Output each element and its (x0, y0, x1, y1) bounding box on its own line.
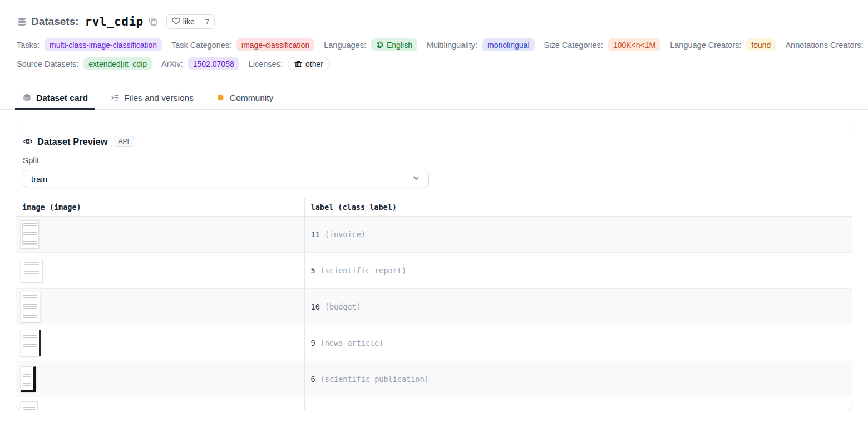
label-value: 5 (311, 266, 315, 275)
dataset-page: Datasets: rvl_cdip like 7 Tasks: multi-c… (0, 0, 868, 427)
tab-files-and-versions[interactable]: Files and versions (103, 86, 201, 109)
tag-arxiv[interactable]: 1502.07058 (188, 57, 239, 70)
heart-icon (172, 17, 180, 27)
tag-tasks[interactable]: multi-class-image-classification (45, 38, 162, 51)
meta-annotations-creators: Annotations Creators: found (785, 38, 868, 51)
tag-languages[interactable]: English (371, 38, 417, 51)
api-badge-button[interactable]: API (114, 136, 134, 147)
metadata-row-1: Tasks: multi-class-image-classification … (17, 38, 851, 52)
meta-label: Source Datasets: (17, 60, 78, 68)
document-thumbnail[interactable] (21, 292, 40, 322)
meta-tasks: Tasks: multi-class-image-classification (17, 38, 162, 51)
label-value: 11 (311, 230, 320, 239)
metadata-row-2: Source Datasets: extended|iit_cdip ArXiv… (17, 57, 851, 71)
community-icon (216, 93, 225, 102)
dataset-title: rvl_cdip (85, 15, 144, 28)
document-thumbnail[interactable] (21, 401, 38, 410)
eye-icon (23, 136, 33, 146)
document-thumbnail[interactable] (21, 366, 36, 392)
label-value: 9 (311, 338, 315, 347)
label-name: (budget) (325, 302, 361, 311)
tag-size-categories[interactable]: 100K<n<1M (608, 38, 660, 51)
chevron-down-icon (412, 174, 421, 184)
tag-label: English (387, 40, 412, 50)
label-name: (invoice) (325, 230, 366, 239)
tag-language-creators[interactable]: found (746, 38, 776, 51)
globe-icon (376, 41, 383, 48)
database-icon (17, 17, 27, 27)
like-button[interactable]: like 7 (166, 14, 215, 29)
like-label: like (183, 17, 195, 26)
tab-bar: Dataset card Files and versions Communit… (0, 86, 868, 110)
tag-task-categories[interactable]: image-classification (236, 38, 314, 51)
cube-icon (22, 93, 32, 102)
tag-license-other[interactable]: other (288, 57, 330, 71)
label-value: 10 (311, 302, 320, 311)
table-row: 5(scientific report) (16, 253, 852, 289)
table-header-row: image (image) label (class label) (16, 198, 852, 217)
meta-label: Size Categories: (544, 41, 603, 50)
preview-table: image (image) label (class label) 11(inv… (16, 198, 852, 410)
meta-licenses: Licenses: other (249, 57, 330, 71)
label-name: (scientific report) (320, 266, 406, 275)
preview-controls: Dataset Preview API Split train (16, 127, 852, 188)
split-select[interactable]: train (23, 170, 429, 188)
main-content: Dataset Preview API Split train image (i… (0, 127, 868, 410)
files-icon (110, 93, 120, 102)
meta-multilinguality: Multilinguality: monolingual (427, 38, 535, 51)
tag-source-datasets[interactable]: extended|iit_cdip (83, 57, 152, 70)
preview-title: Dataset Preview (37, 136, 108, 147)
meta-arxiv: ArXiv: 1502.07058 (161, 57, 239, 70)
dataset-preview-card: Dataset Preview API Split train image (i… (16, 127, 852, 410)
meta-label: Tasks: (17, 41, 40, 50)
like-label-section[interactable]: like (167, 15, 200, 28)
meta-size-categories: Size Categories: 100K<n<1M (544, 38, 661, 51)
preview-header: Dataset Preview API (23, 135, 845, 148)
meta-label: Languages: (324, 41, 366, 50)
label-value: 6 (311, 375, 315, 384)
meta-source-datasets: Source Datasets: extended|iit_cdip (17, 57, 152, 70)
document-thumbnail[interactable] (21, 330, 41, 356)
tag-multilinguality[interactable]: monolingual (482, 38, 535, 51)
table-row: 11(invoice) (16, 217, 852, 253)
meta-label: ArXiv: (161, 60, 183, 68)
table-row: 10(budget) (16, 289, 852, 325)
document-thumbnail[interactable] (21, 220, 39, 248)
meta-label: Language Creators: (670, 41, 741, 50)
bank-icon (294, 60, 302, 67)
tab-label: Files and versions (124, 93, 194, 103)
dataset-header: Datasets: rvl_cdip like 7 Tasks: multi-c… (0, 0, 868, 71)
meta-language-creators: Language Creators: found (670, 38, 776, 51)
table-row (16, 397, 852, 411)
tab-dataset-card[interactable]: Dataset card (15, 86, 95, 109)
meta-task-categories: Task Categories: image-classification (171, 38, 314, 51)
meta-languages: Languages: English (324, 38, 417, 51)
tab-label: Community (230, 93, 273, 103)
title-row: Datasets: rvl_cdip like 7 (17, 14, 851, 29)
table-row: 9(news article) (16, 325, 852, 361)
copy-icon[interactable] (149, 17, 157, 26)
label-name: (news article) (320, 338, 384, 347)
column-header-image: image (image) (16, 198, 304, 217)
meta-label: Task Categories: (171, 41, 231, 50)
label-name: (scientific publication) (320, 375, 429, 384)
meta-label: Annotations Creators: (785, 41, 863, 50)
split-select-value: train (31, 174, 47, 184)
split-label: Split (23, 155, 845, 165)
tag-label: other (305, 59, 323, 69)
tab-label: Dataset card (36, 93, 88, 103)
document-thumbnail[interactable] (21, 259, 43, 282)
datasets-breadcrumb[interactable]: Datasets: (31, 16, 79, 28)
tab-community[interactable]: Community (209, 86, 280, 109)
table-row: 6(scientific publication) (16, 361, 852, 397)
meta-label: Licenses: (249, 60, 283, 68)
column-header-label: label (class label) (304, 198, 852, 217)
meta-label: Multilinguality: (427, 41, 477, 50)
like-count[interactable]: 7 (200, 15, 215, 28)
